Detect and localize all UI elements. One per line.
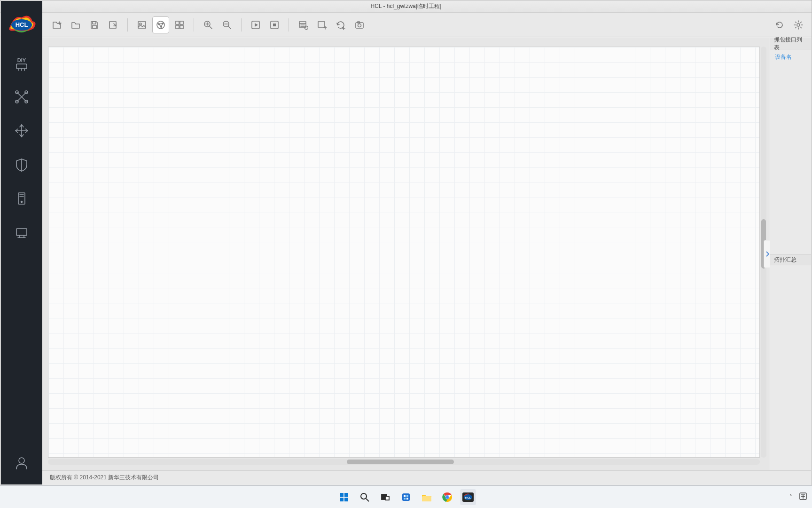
svg-point-84	[446, 496, 449, 499]
system-tray: ˄	[789, 492, 807, 502]
sidebar-item-host[interactable]	[8, 219, 35, 246]
hcl-logo: HCL	[5, 10, 39, 36]
section-title: 拓扑汇总	[774, 256, 796, 264]
svg-point-66	[797, 24, 800, 26]
svg-point-18	[21, 201, 23, 203]
topology-map-button[interactable]	[152, 16, 169, 33]
toolbar-separator	[127, 18, 128, 32]
open-project-button[interactable]	[67, 16, 84, 33]
svg-rect-68	[344, 493, 348, 497]
svg-rect-75	[402, 493, 410, 501]
canvas-area	[42, 38, 769, 470]
title-bar: HCL - hcl_gwtzwa[临时工程]	[0, 0, 812, 13]
svg-rect-79	[406, 498, 408, 500]
svg-point-64	[358, 24, 361, 27]
svg-rect-58	[318, 22, 325, 27]
topology-summary-header[interactable]: 拓扑汇总	[770, 254, 811, 265]
sidebar-item-user[interactable]	[8, 450, 35, 476]
app-window: HCL DIY HCL - hcl_gwtzwa[临时工程]	[0, 0, 812, 485]
add-window-button[interactable]	[295, 16, 312, 33]
hcl-taskbar-button[interactable]: HCL	[460, 489, 476, 505]
scrollbar-thumb[interactable]	[347, 460, 453, 464]
toolbar-separator	[241, 18, 242, 32]
horizontal-scrollbar[interactable]	[48, 459, 760, 465]
svg-rect-28	[93, 25, 96, 28]
sidebar-item-server[interactable]	[8, 185, 35, 212]
svg-rect-69	[340, 498, 344, 501]
svg-line-72	[366, 499, 369, 501]
tray-ime-icon[interactable]	[799, 492, 807, 502]
stop-button[interactable]	[266, 16, 283, 33]
right-panel: 抓包接口列表 设备名 拓扑汇总	[770, 38, 811, 470]
toolbar-separator	[289, 18, 289, 32]
chrome-button[interactable]	[439, 489, 455, 505]
svg-line-48	[228, 26, 231, 29]
sidebar-item-diy[interactable]: DIY	[8, 50, 35, 76]
svg-rect-77	[406, 495, 408, 497]
svg-text:HCL: HCL	[16, 21, 28, 28]
screenshot-button[interactable]	[351, 16, 368, 33]
search-button[interactable]	[357, 489, 373, 505]
grid-layout-button[interactable]	[171, 16, 188, 33]
svg-rect-78	[404, 498, 406, 500]
sidebar-item-firewall[interactable]	[8, 151, 35, 178]
topology-canvas[interactable]	[48, 47, 760, 458]
zoom-out-button[interactable]	[219, 16, 235, 33]
insert-image-button[interactable]	[133, 16, 150, 33]
svg-rect-30	[138, 22, 146, 28]
widgets-button[interactable]	[398, 489, 414, 505]
svg-rect-70	[344, 498, 348, 501]
add-panel-button[interactable]	[313, 16, 330, 33]
svg-rect-2	[16, 64, 27, 69]
tray-expand-icon[interactable]: ˄	[789, 494, 792, 500]
play-button[interactable]	[247, 16, 264, 33]
save-project-button[interactable]	[86, 16, 103, 33]
svg-rect-74	[385, 496, 389, 500]
device-name-link[interactable]: 设备名	[770, 49, 811, 65]
svg-line-38	[159, 24, 161, 27]
sidebar-item-move[interactable]	[8, 118, 35, 144]
refresh-button[interactable]	[771, 16, 788, 33]
main-toolbar	[0, 13, 812, 37]
zoom-in-button[interactable]	[200, 16, 217, 33]
settings-button[interactable]	[790, 16, 807, 33]
svg-rect-52	[273, 24, 276, 26]
svg-rect-41	[176, 25, 179, 29]
svg-rect-42	[180, 25, 183, 29]
toolbar-separator	[194, 18, 194, 32]
svg-rect-76	[404, 495, 406, 497]
svg-rect-67	[340, 493, 344, 497]
window-title: HCL - hcl_gwtzwa[临时工程]	[371, 2, 442, 10]
svg-point-24	[19, 458, 24, 463]
vertical-sidebar: HCL DIY	[1, 1, 42, 484]
start-button[interactable]	[336, 489, 352, 505]
svg-rect-19	[16, 229, 27, 235]
panel-collapse-handle[interactable]	[764, 240, 770, 268]
capture-interface-list-header[interactable]: 抓包接口列表	[770, 38, 811, 49]
status-bar: 版权所有 © 2014-2021 新华三技术有限公司	[42, 470, 811, 484]
diy-label: DIY	[17, 57, 26, 63]
svg-line-44	[210, 26, 212, 29]
new-project-button[interactable]	[48, 16, 65, 33]
export-button[interactable]	[105, 16, 122, 33]
file-explorer-button[interactable]	[419, 489, 435, 505]
svg-rect-40	[180, 21, 183, 24]
section-title: 抓包接口列表	[774, 36, 807, 52]
svg-rect-80	[422, 496, 431, 501]
task-view-button[interactable]	[377, 489, 393, 505]
svg-rect-39	[176, 21, 179, 24]
svg-text:HCL: HCL	[465, 496, 471, 499]
svg-rect-27	[93, 22, 96, 24]
svg-point-57	[305, 26, 308, 29]
sidebar-item-topology[interactable]	[8, 84, 35, 110]
svg-point-71	[361, 493, 367, 499]
add-cycle-button[interactable]	[332, 16, 349, 33]
copyright-text: 版权所有 © 2014-2021 新华三技术有限公司	[50, 474, 159, 482]
windows-taskbar: HCL ˄	[0, 485, 812, 508]
